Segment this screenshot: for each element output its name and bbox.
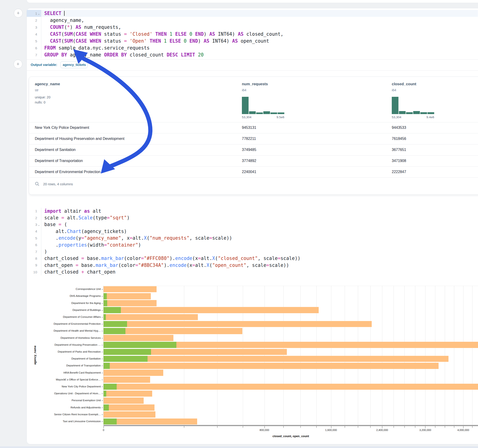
code-text: COUNT(*) AS num_requests, [41,24,478,31]
code-line[interactable]: 1import altair as alt [27,208,478,214]
histogram-max-label: 9.4e6 [426,115,434,119]
code-line[interactable]: 7GROUP BY agency_name ORDER BY closed_co… [27,51,478,58]
line-gutter: 4 [27,228,41,235]
column-header-closed_count[interactable]: closed_count [392,82,416,86]
code-text: CAST(SUM(CASE WHEN status = 'Closed' THE… [41,31,478,37]
code-line[interactable]: 5 .encode(y="agency_name", x=alt.X("num_… [27,235,478,242]
sql-code-editor[interactable]: 1⌄SELECT 2 agency_name,3 COUNT(*) AS num… [27,10,478,58]
histogram-bar [278,112,284,114]
code-text: alt.Chart(agency_tickets) [41,228,478,235]
code-line[interactable]: 8chart_closed = base.mark_bar(color="#FF… [27,255,478,262]
code-line[interactable]: 9chart_open = base.mark_bar(color="#8BC3… [27,262,478,268]
collapse-chevron-icon: ⌄ [37,12,41,15]
notebook-page: + + 1⌄SELECT 2 agency_name,3 COUNT(*) AS… [0,0,478,448]
line-number: 6 [35,243,37,247]
page-bottom-strip [0,446,478,448]
table-cell: 2222847 [392,166,406,177]
code-text: GROUP BY agency_name ORDER BY closed_cou… [41,51,478,58]
histogram-bar [399,111,406,114]
code-text: ) [41,248,478,255]
output-variable-pill[interactable]: agency_tickets [60,61,88,68]
line-gutter: 2 [27,17,41,24]
code-line[interactable]: 10chart_closed + chart_open [27,269,478,275]
add-cell-button-top[interactable]: + [14,9,23,18]
line-number: 2 [35,19,37,22]
code-line[interactable]: 4 alt.Chart(agency_tickets) [27,228,478,235]
table-cell: 3774892 [242,155,256,166]
code-text: chart_closed + chart_open [41,269,478,275]
code-line[interactable]: 2scale = alt.Scale(type="sqrt") [27,214,478,221]
column-histogram [242,97,284,114]
line-gutter: 3 [27,24,41,31]
python-code-editor[interactable]: 1import altair as alt2scale = alt.Scale(… [27,208,478,275]
line-number: 9 [35,263,37,267]
text-caret [64,11,65,16]
line-number: 3 [35,223,37,227]
line-gutter: 10 [27,269,41,275]
search-icon[interactable] [35,182,39,186]
column-type: i64 [392,88,396,92]
table-cell: New York City Police Department [35,122,89,133]
histogram-bar [270,112,277,114]
table-cell: Department of Transportation [35,155,83,166]
table-cell: 3677651 [392,144,406,155]
histogram-bar [392,97,398,114]
table-cell: 2240041 [242,166,256,177]
code-line[interactable]: 7) [27,248,478,255]
code-line[interactable]: 6FROM sample_data.nyc.service_requests [27,44,478,51]
table-cell: Department of Environmental Protection [35,166,101,177]
collapse-chevron-icon: ⌄ [37,224,41,226]
line-gutter: 6 [27,44,41,51]
code-text: FROM sample_data.nyc.service_requests [41,44,478,51]
column-type: str [35,88,38,92]
histogram-bar [249,111,256,114]
code-line[interactable]: 4 CAST(SUM(CASE WHEN status = 'Closed' T… [27,31,478,37]
line-number: 4 [35,32,37,36]
code-line[interactable]: 3 COUNT(*) AS num_requests, [27,24,478,31]
previous-cell-bottom [26,0,478,3]
code-text: import altair as alt [41,208,478,214]
histogram-min-label: 53,304 [242,115,251,119]
code-line[interactable]: 3⌄base = ( [27,221,478,228]
column-meta: nulls: 0 [35,100,45,105]
divider-sql-output [27,59,478,60]
code-line[interactable]: 1⌄SELECT [27,10,478,17]
code-text: base = ( [41,221,478,228]
histogram-min-label: 53,304 [392,115,401,119]
output-variable-label: Output variable: [31,63,57,67]
line-number: 2 [35,216,37,220]
table-cell: 7782211 [242,133,256,144]
rows-columns-count: 20 rows, 4 columns [43,182,73,186]
code-text: chart_open = base.mark_bar(color="#8BC34… [41,262,478,268]
line-gutter: 4 [27,31,41,37]
column-header-num_requests[interactable]: num_requests [242,82,268,86]
column-header-agency_name[interactable]: agency_name [35,82,60,86]
table-cell: 3471908 [392,155,406,166]
code-text: agency_name, [41,17,478,24]
table-cell: 3749485 [242,144,256,155]
divider-output-table [27,70,478,70]
line-gutter: 1⌄ [27,10,41,17]
line-number: 1 [35,209,37,213]
line-number: 4 [35,229,37,233]
code-text: scale = alt.Scale(type="sqrt") [41,214,478,221]
code-line[interactable]: 2 agency_name, [27,17,478,24]
table-cell: Department of Housing Preservation and D… [35,133,125,144]
add-cell-button-output[interactable]: + [14,60,22,68]
histogram-bar [420,112,427,114]
line-gutter: 7 [27,248,41,255]
line-gutter: 5 [27,37,41,44]
line-number: 10 [33,270,37,274]
code-text: .properties(width="container") [41,242,478,248]
line-gutter: 5 [27,235,41,242]
column-histogram [392,97,434,114]
line-gutter: 3⌄ [27,221,41,228]
column-meta: unique: 20 [35,95,50,100]
line-number: 6 [35,46,37,50]
code-line[interactable]: 6 .properties(width="container") [27,242,478,248]
table-cell: 9443533 [392,122,406,133]
histogram-bar [256,112,263,114]
code-line[interactable]: 5 CAST(SUM(CASE WHEN status = 'Open' THE… [27,37,478,44]
line-number: 5 [35,236,37,240]
line-number: 5 [35,39,37,43]
